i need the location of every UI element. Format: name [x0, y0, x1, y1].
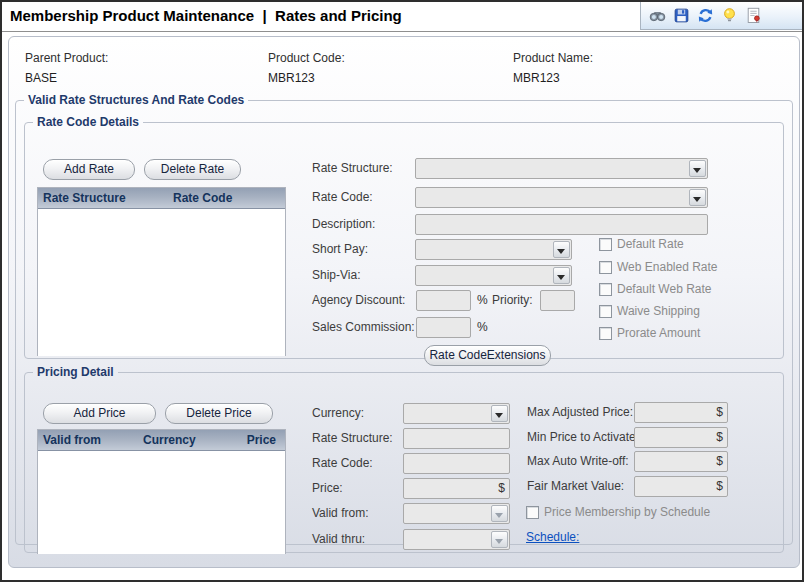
- ship-via-label: Ship-Via:: [312, 265, 360, 286]
- refresh-icon[interactable]: [697, 7, 714, 24]
- default-web-rate-checkbox[interactable]: [599, 283, 612, 296]
- rate-structure-column-header[interactable]: Rate Structure: [38, 188, 168, 208]
- rate-codes-grid-body[interactable]: [38, 209, 285, 356]
- max-auto-write-off-input[interactable]: [634, 451, 728, 472]
- description-input[interactable]: [415, 214, 708, 235]
- max-adjusted-price-input[interactable]: [634, 402, 728, 423]
- web-enabled-rate-checkbox-row: Web Enabled Rate: [599, 260, 718, 274]
- max-auto-write-off-label: Max Auto Write-off:: [527, 451, 629, 472]
- valid-thru-label: Valid thru:: [312, 529, 365, 550]
- rate-code-details-group: Rate Code Details Add Rate Delete Rate R…: [24, 115, 784, 359]
- save-icon[interactable]: [673, 7, 690, 24]
- rate-code-details-legend: Rate Code Details: [33, 115, 143, 129]
- price-membership-by-schedule-label: Price Membership by Schedule: [544, 505, 710, 519]
- sales-commission-label: Sales Commission:: [312, 317, 415, 338]
- prorate-amount-checkbox-row: Prorate Amount: [599, 326, 700, 340]
- fair-market-value-input[interactable]: [634, 476, 728, 497]
- short-pay-select[interactable]: [415, 239, 572, 260]
- price-input[interactable]: [403, 478, 510, 499]
- parent-product-field: Parent Product: BASE: [25, 51, 108, 85]
- pricing-rate-structure-label: Rate Structure:: [312, 428, 393, 449]
- currency-select[interactable]: [403, 403, 510, 424]
- min-price-to-activate-input[interactable]: [634, 427, 728, 448]
- parent-product-value: BASE: [25, 71, 108, 85]
- delete-rate-button[interactable]: Delete Rate: [144, 159, 241, 180]
- chevron-down-icon[interactable]: [491, 531, 508, 548]
- product-name-value: MBR123: [513, 71, 593, 85]
- rate-structure-label: Rate Structure:: [312, 158, 393, 179]
- page-title: Membership Product Maintenance | Rates a…: [10, 7, 402, 24]
- product-name-field: Product Name: MBR123: [513, 51, 593, 85]
- chevron-down-icon[interactable]: [689, 160, 706, 177]
- chevron-down-icon[interactable]: [553, 267, 570, 284]
- price-column-header[interactable]: Price: [226, 430, 281, 450]
- rate-code-select[interactable]: [415, 187, 708, 208]
- valid-rate-structures-group: Valid Rate Structures And Rate Codes Rat…: [15, 93, 793, 545]
- product-code-label: Product Code:: [268, 51, 345, 65]
- web-enabled-rate-checkbox[interactable]: [599, 261, 612, 274]
- content-panel: Parent Product: BASE Product Code: MBR12…: [8, 36, 800, 568]
- prorate-amount-checkbox[interactable]: [599, 327, 612, 340]
- default-web-rate-checkbox-label: Default Web Rate: [617, 282, 712, 296]
- prices-grid-body[interactable]: [38, 451, 285, 554]
- chevron-down-icon[interactable]: [553, 241, 570, 258]
- priority-label: Priority:: [492, 290, 533, 311]
- prices-grid-header: Valid from Currency Price: [38, 430, 285, 451]
- max-auto-write-off-suffix: $: [716, 451, 723, 472]
- currency-column-header[interactable]: Currency: [138, 430, 226, 450]
- fair-market-value-label: Fair Market Value:: [527, 476, 624, 497]
- valid-thru-select[interactable]: [403, 529, 510, 550]
- title-bar: Membership Product Maintenance | Rates a…: [2, 2, 802, 32]
- schedule-link[interactable]: Schedule:: [526, 529, 579, 545]
- price-membership-by-schedule-checkbox[interactable]: [526, 506, 539, 519]
- priority-input[interactable]: [540, 290, 575, 311]
- report-icon[interactable]: [745, 7, 762, 24]
- waive-shipping-checkbox-label: Waive Shipping: [617, 304, 700, 318]
- description-label: Description:: [312, 214, 375, 235]
- agency-discount-input[interactable]: [416, 290, 471, 311]
- tip-lightbulb-icon[interactable]: [721, 7, 738, 24]
- window: Membership Product Maintenance | Rates a…: [0, 0, 804, 582]
- agency-discount-suffix: %: [477, 290, 488, 311]
- delete-price-button[interactable]: Delete Price: [165, 403, 273, 424]
- find-icon[interactable]: [649, 7, 666, 24]
- default-rate-checkbox[interactable]: [599, 238, 612, 251]
- chevron-down-icon[interactable]: [491, 405, 508, 422]
- rate-code-column-header[interactable]: Rate Code: [168, 188, 285, 208]
- max-adjusted-price-field: $: [634, 402, 728, 423]
- product-code-field: Product Code: MBR123: [268, 51, 345, 85]
- valid-from-label: Valid from:: [312, 503, 368, 524]
- chevron-down-icon[interactable]: [491, 505, 508, 522]
- sales-commission-input[interactable]: [416, 317, 471, 338]
- valid-from-select[interactable]: [403, 503, 510, 524]
- waive-shipping-checkbox[interactable]: [599, 305, 612, 318]
- min-price-to-activate-suffix: $: [716, 427, 723, 448]
- product-code-value: MBR123: [268, 71, 345, 85]
- valid-from-column-header[interactable]: Valid from: [38, 430, 138, 450]
- price-membership-by-schedule-checkbox-row: Price Membership by Schedule: [526, 505, 710, 519]
- min-price-to-activate-label: Min Price to Activate:: [527, 427, 639, 448]
- chevron-down-icon[interactable]: [689, 189, 706, 206]
- product-name-label: Product Name:: [513, 51, 593, 65]
- fair-market-value-suffix: $: [716, 476, 723, 497]
- price-currency-suffix: $: [498, 478, 505, 499]
- short-pay-label: Short Pay:: [312, 239, 368, 260]
- rate-codes-grid[interactable]: Rate Structure Rate Code: [37, 187, 286, 356]
- pricing-rate-code-label: Rate Code:: [312, 453, 373, 474]
- max-adjusted-price-label: Max Adjusted Price:: [527, 402, 633, 423]
- default-rate-checkbox-label: Default Rate: [617, 237, 684, 251]
- add-price-button[interactable]: Add Price: [43, 403, 156, 424]
- prices-grid[interactable]: Valid from Currency Price: [37, 429, 286, 554]
- parent-product-label: Parent Product:: [25, 51, 108, 65]
- ship-via-select[interactable]: [415, 265, 572, 286]
- web-enabled-rate-checkbox-label: Web Enabled Rate: [617, 260, 718, 274]
- rate-structure-select[interactable]: [415, 158, 708, 179]
- rate-code-extensions-button[interactable]: Rate CodeExtensions: [424, 345, 551, 366]
- valid-rate-structures-legend: Valid Rate Structures And Rate Codes: [24, 93, 248, 107]
- min-price-to-activate-field: $: [634, 427, 728, 448]
- add-rate-button[interactable]: Add Rate: [43, 159, 135, 180]
- default-web-rate-checkbox-row: Default Web Rate: [599, 282, 712, 296]
- sales-commission-suffix: %: [477, 317, 488, 338]
- pricing-rate-code-input[interactable]: [403, 453, 510, 474]
- pricing-rate-structure-input[interactable]: [403, 428, 510, 449]
